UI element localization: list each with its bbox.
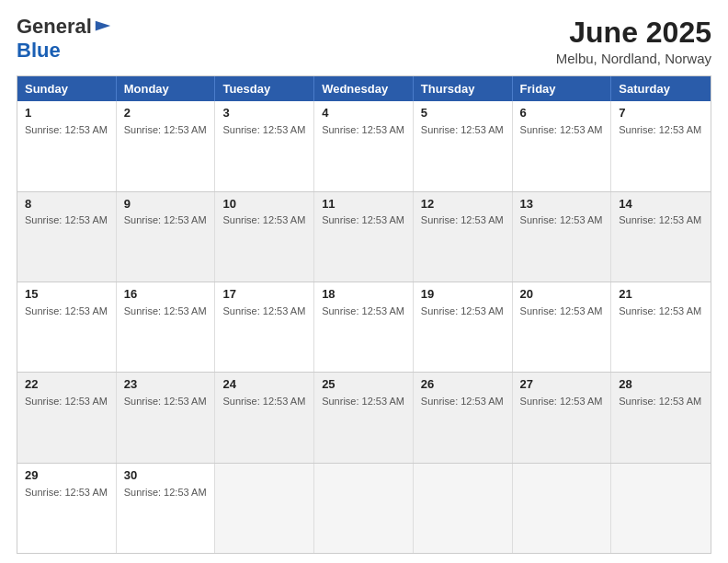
- sunrise-text: Sunrise: 12:53 AM: [619, 395, 703, 408]
- day-cell: 14Sunrise: 12:53 AM: [611, 192, 711, 282]
- day-cell: 20Sunrise: 12:53 AM: [513, 282, 612, 372]
- sunrise-text: Sunrise: 12:53 AM: [619, 123, 703, 136]
- day-cell: 25Sunrise: 12:53 AM: [314, 373, 414, 462]
- calendar: Sunday Monday Tuesday Wednesday Thursday…: [17, 75, 711, 554]
- sunrise-text: Sunrise: 12:53 AM: [322, 123, 405, 136]
- sunrise-text: Sunrise: 12:53 AM: [25, 486, 108, 499]
- sunrise-text: Sunrise: 12:53 AM: [25, 304, 108, 317]
- sunrise-text: Sunrise: 12:53 AM: [124, 395, 208, 408]
- day-cell: 23Sunrise: 12:53 AM: [117, 373, 216, 462]
- calendar-row: 29Sunrise: 12:53 AM30Sunrise: 12:53 AM: [17, 463, 711, 553]
- sunrise-text: Sunrise: 12:53 AM: [222, 213, 306, 226]
- day-cell: 2Sunrise: 12:53 AM: [117, 101, 216, 190]
- sunrise-text: Sunrise: 12:53 AM: [322, 395, 405, 408]
- day-number: 5: [421, 106, 505, 121]
- calendar-page: General Blue June 2025 Melbu, Nordland, …: [0, 0, 728, 563]
- day-number: 21: [619, 287, 703, 303]
- month-title: June 2025: [556, 17, 711, 49]
- day-number: 12: [421, 197, 505, 213]
- sunrise-text: Sunrise: 12:53 AM: [25, 123, 108, 136]
- day-number: 6: [520, 106, 604, 121]
- sunrise-text: Sunrise: 12:53 AM: [25, 395, 108, 408]
- day-number: 1: [25, 106, 108, 121]
- day-number: 28: [619, 377, 703, 393]
- header-saturday: Saturday: [611, 76, 711, 101]
- day-cell: 9Sunrise: 12:53 AM: [117, 192, 216, 282]
- day-number: 15: [25, 287, 108, 303]
- sunrise-text: Sunrise: 12:53 AM: [322, 304, 405, 317]
- sunrise-text: Sunrise: 12:53 AM: [520, 304, 604, 317]
- day-number: 8: [25, 197, 108, 213]
- empty-cell: [215, 464, 314, 553]
- sunrise-text: Sunrise: 12:53 AM: [421, 213, 505, 226]
- logo: General Blue: [17, 17, 112, 63]
- sunrise-text: Sunrise: 12:53 AM: [222, 123, 306, 136]
- calendar-row: 22Sunrise: 12:53 AM23Sunrise: 12:53 AM24…: [17, 372, 711, 462]
- location-text: Melbu, Nordland, Norway: [556, 51, 711, 66]
- day-cell: 30Sunrise: 12:53 AM: [117, 464, 216, 553]
- day-cell: 8Sunrise: 12:53 AM: [17, 192, 117, 282]
- day-number: 26: [421, 377, 505, 393]
- day-cell: 21Sunrise: 12:53 AM: [611, 282, 711, 372]
- day-number: 27: [520, 377, 604, 393]
- logo-flag-icon: [94, 18, 112, 35]
- day-cell: 7Sunrise: 12:53 AM: [611, 101, 711, 190]
- day-number: 14: [619, 197, 703, 213]
- day-number: 3: [222, 106, 306, 121]
- day-cell: 19Sunrise: 12:53 AM: [414, 282, 513, 372]
- day-cell: 16Sunrise: 12:53 AM: [117, 282, 216, 372]
- day-number: 16: [124, 287, 208, 303]
- calendar-row: 1Sunrise: 12:53 AM2Sunrise: 12:53 AM3Sun…: [17, 101, 711, 190]
- empty-cell: [513, 464, 612, 553]
- calendar-row: 8Sunrise: 12:53 AM9Sunrise: 12:53 AM10Su…: [17, 191, 711, 282]
- day-cell: 5Sunrise: 12:53 AM: [414, 101, 513, 190]
- header-thursday: Thursday: [414, 76, 513, 101]
- sunrise-text: Sunrise: 12:53 AM: [619, 213, 703, 226]
- day-number: 4: [322, 106, 405, 121]
- day-cell: 4Sunrise: 12:53 AM: [314, 101, 414, 190]
- calendar-body: 1Sunrise: 12:53 AM2Sunrise: 12:53 AM3Sun…: [17, 101, 711, 553]
- day-number: 2: [124, 106, 208, 121]
- sunrise-text: Sunrise: 12:53 AM: [124, 123, 208, 136]
- calendar-header: Sunday Monday Tuesday Wednesday Thursday…: [17, 76, 711, 101]
- day-cell: 27Sunrise: 12:53 AM: [513, 373, 612, 462]
- sunrise-text: Sunrise: 12:53 AM: [520, 213, 604, 226]
- day-cell: 6Sunrise: 12:53 AM: [513, 101, 612, 190]
- day-cell: 22Sunrise: 12:53 AM: [17, 373, 117, 462]
- sunrise-text: Sunrise: 12:53 AM: [421, 304, 505, 317]
- day-cell: 18Sunrise: 12:53 AM: [314, 282, 414, 372]
- logo-general-text: General: [17, 17, 92, 37]
- empty-cell: [314, 464, 414, 553]
- header-tuesday: Tuesday: [215, 76, 314, 101]
- sunrise-text: Sunrise: 12:53 AM: [520, 123, 604, 136]
- sunrise-text: Sunrise: 12:53 AM: [25, 213, 108, 226]
- day-number: 17: [222, 287, 306, 303]
- empty-cell: [414, 464, 513, 553]
- header-friday: Friday: [513, 76, 612, 101]
- logo-blue-text: Blue: [17, 39, 61, 62]
- day-number: 7: [619, 106, 703, 121]
- day-number: 25: [322, 377, 405, 393]
- day-cell: 29Sunrise: 12:53 AM: [17, 464, 117, 553]
- header-sunday: Sunday: [17, 76, 117, 101]
- day-number: 18: [322, 287, 405, 303]
- svg-marker-0: [96, 21, 110, 31]
- header-wednesday: Wednesday: [314, 76, 414, 101]
- day-number: 29: [25, 468, 108, 484]
- sunrise-text: Sunrise: 12:53 AM: [124, 213, 208, 226]
- day-number: 9: [124, 197, 208, 213]
- day-cell: 28Sunrise: 12:53 AM: [611, 373, 711, 462]
- day-number: 13: [520, 197, 604, 213]
- sunrise-text: Sunrise: 12:53 AM: [421, 395, 505, 408]
- day-number: 23: [124, 377, 208, 393]
- sunrise-text: Sunrise: 12:53 AM: [619, 304, 703, 317]
- day-cell: 15Sunrise: 12:53 AM: [17, 282, 117, 372]
- day-number: 10: [222, 197, 306, 213]
- empty-cell: [611, 464, 711, 553]
- day-number: 11: [322, 197, 405, 213]
- day-number: 20: [520, 287, 604, 303]
- day-cell: 17Sunrise: 12:53 AM: [215, 282, 314, 372]
- page-header: General Blue June 2025 Melbu, Nordland, …: [17, 17, 711, 66]
- day-cell: 26Sunrise: 12:53 AM: [414, 373, 513, 462]
- sunrise-text: Sunrise: 12:53 AM: [520, 395, 604, 408]
